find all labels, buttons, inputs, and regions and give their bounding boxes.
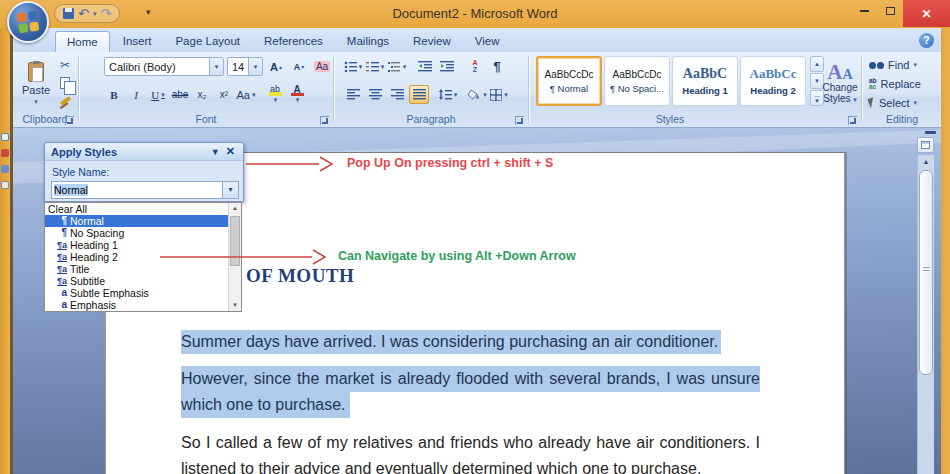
line-spacing-button[interactable] (438, 85, 458, 104)
paste-button[interactable]: Paste ▾ (18, 56, 54, 111)
dialog-close-icon[interactable]: ✕ (224, 145, 237, 158)
clipboard-dialog-launcher[interactable] (65, 116, 74, 125)
tab-review[interactable]: Review (402, 31, 462, 52)
copy-button[interactable] (55, 75, 75, 91)
clipboard-small-buttons: ✂ (55, 57, 75, 109)
maximize-button[interactable] (877, 0, 903, 22)
document-heading: OF MOUTH (246, 265, 354, 287)
change-case-button[interactable]: Aa (236, 85, 256, 104)
background-window-icon (1, 181, 9, 189)
shading-button[interactable] (467, 85, 487, 104)
subscript-button[interactable]: x₂ (192, 85, 212, 104)
scrollbar-thumb[interactable] (919, 170, 933, 375)
superscript-button[interactable]: x² (214, 85, 234, 104)
change-styles-button[interactable]: AA Change Styles ▾ (820, 54, 860, 112)
align-left-icon (347, 89, 360, 100)
select-button[interactable]: Select▾ (863, 94, 941, 112)
style-card-heading2[interactable]: AaBbCc Heading 2 (740, 56, 806, 106)
tab-home[interactable]: Home (55, 31, 110, 52)
tab-insert[interactable]: Insert (112, 31, 163, 52)
style-card-no-spacing[interactable]: AaBbCcDc ¶ No Spaci... (604, 56, 670, 106)
style-option-no-spacing[interactable]: ¶No Spacing (45, 227, 241, 239)
borders-button[interactable] (489, 85, 509, 104)
undo-dropdown[interactable]: ▾ (93, 10, 97, 18)
replace-button[interactable]: abacReplace (863, 75, 941, 93)
word-window: Document2 - Microsoft Word ✕ ↶ ▾ ↷ ▾ Hom… (0, 0, 950, 474)
style-option-heading2[interactable]: ¶aHeading 2 (45, 251, 241, 263)
bullets-button[interactable] (343, 57, 363, 76)
style-card-heading1[interactable]: AaBbC Heading 1 (672, 56, 738, 106)
align-left-button[interactable] (343, 85, 363, 104)
clear-formatting-icon: Aa (314, 61, 330, 72)
style-option-subtle-emphasis[interactable]: aSubtle Emphasis (45, 287, 241, 299)
decrease-indent-button[interactable] (415, 57, 435, 76)
font-dialog-launcher[interactable] (320, 116, 329, 125)
style-option-subtitle[interactable]: ¶aSubtitle (45, 275, 241, 287)
ruler-toggle-button[interactable] (917, 137, 934, 153)
split-handle[interactable] (925, 131, 936, 134)
grow-font-button[interactable]: A (266, 57, 286, 76)
clear-formatting-button[interactable]: Aa (312, 57, 332, 76)
dialog-menu-icon[interactable]: ▼ (207, 147, 224, 157)
font-size-dropdown-icon[interactable]: ▾ (248, 58, 262, 75)
underline-button[interactable]: U (148, 85, 168, 104)
help-button[interactable]: ? (919, 33, 934, 48)
minimize-button[interactable] (851, 0, 877, 22)
styles-group-label: Styles (530, 113, 810, 127)
find-icon (869, 62, 876, 69)
vertical-scrollbar[interactable]: ▲ (917, 155, 934, 474)
office-button[interactable] (7, 1, 49, 43)
undo-button[interactable]: ↶ (78, 8, 89, 19)
style-name-dropdown-icon[interactable]: ▾ (222, 182, 238, 198)
scroll-up-button[interactable]: ▲ (918, 155, 934, 169)
paragraph-dialog-launcher[interactable] (515, 116, 524, 125)
tab-references[interactable]: References (253, 31, 334, 52)
tab-mailings[interactable]: Mailings (336, 31, 400, 52)
highlight-button[interactable]: ab (265, 85, 285, 104)
list-scrollbar-thumb[interactable] (230, 216, 240, 266)
style-option-clear-all[interactable]: Clear All (45, 203, 241, 215)
numbering-button[interactable] (365, 57, 385, 76)
show-hide-pilcrow-button[interactable]: ¶ (487, 57, 507, 76)
apply-styles-titlebar[interactable]: Apply Styles ▼ ✕ (45, 143, 243, 161)
style-option-title[interactable]: ¶aTitle (45, 263, 241, 275)
list-scrollbar[interactable]: ▲ ▼ (228, 203, 241, 311)
multilevel-list-button[interactable] (387, 57, 407, 76)
save-button[interactable] (63, 8, 74, 19)
increase-indent-button[interactable] (437, 57, 457, 76)
find-button[interactable]: Find▾ (863, 56, 941, 74)
align-center-button[interactable] (365, 85, 385, 104)
justify-button[interactable] (409, 85, 429, 104)
strikethrough-button[interactable]: abe (170, 85, 190, 104)
close-button[interactable]: ✕ (903, 0, 950, 27)
style-card-normal[interactable]: AaBbCcDc ¶ Normal (536, 56, 602, 106)
italic-button[interactable]: I (126, 85, 146, 104)
style-option-heading1[interactable]: ¶aHeading 1 (45, 239, 241, 251)
style-option-normal[interactable]: ¶Normal (45, 215, 241, 227)
style-option-emphasis[interactable]: aEmphasis (45, 299, 241, 311)
sort-button[interactable]: AZ (465, 57, 485, 76)
align-right-button[interactable] (387, 85, 407, 104)
selected-text: which one to purchase. (181, 392, 350, 418)
redo-button[interactable]: ↷ (100, 8, 111, 19)
background-window-icon (1, 149, 9, 157)
format-painter-button[interactable] (55, 93, 75, 109)
list-scroll-up-icon[interactable]: ▲ (229, 203, 241, 214)
shrink-font-button[interactable]: A (289, 57, 309, 76)
font-name-dropdown-icon[interactable]: ▾ (209, 58, 223, 75)
replace-icon: abac (869, 78, 877, 90)
font-color-button[interactable]: A (287, 85, 307, 104)
cut-icon: ✂ (60, 58, 70, 72)
font-name-combo[interactable]: Calibri (Body) ▾ (104, 57, 224, 76)
tab-page-layout[interactable]: Page Layout (164, 31, 251, 52)
customize-qat-button[interactable]: ▾ (146, 7, 151, 17)
office-logo-icon (17, 11, 40, 34)
styles-dialog-launcher[interactable] (848, 116, 857, 125)
bold-button[interactable]: B (104, 85, 124, 104)
font-size-combo[interactable]: 14 ▾ (227, 57, 263, 76)
style-name-combo[interactable]: Normal ▾ (51, 181, 239, 199)
list-scroll-down-icon[interactable]: ▼ (229, 300, 241, 311)
cut-button[interactable]: ✂ (55, 57, 75, 73)
minimize-icon (860, 10, 869, 12)
tab-view[interactable]: View (464, 31, 511, 52)
